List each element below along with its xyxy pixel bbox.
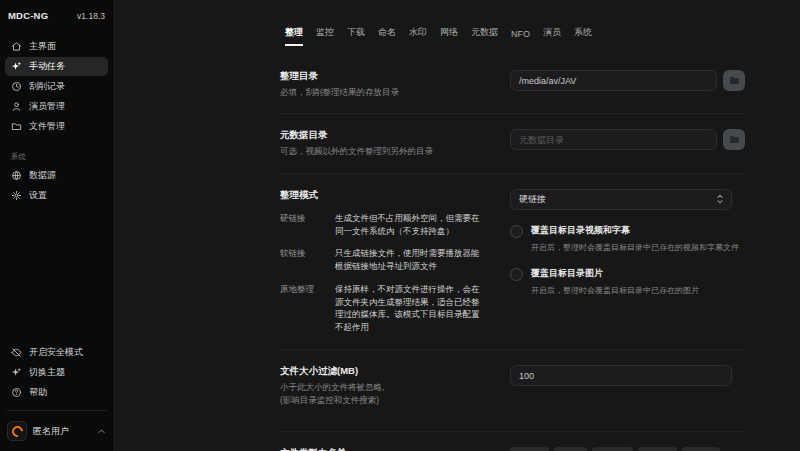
sidebar-item-safe-mode[interactable]: 开启安全模式 [5, 343, 108, 362]
sidebar-section-system: 系统 [11, 152, 108, 162]
avatar [7, 421, 27, 441]
field-label: 文件类型白名单 [280, 447, 485, 451]
toggle-overwrite-video: 覆盖目标目录视频和字幕 开启后，整理时会覆盖目标目录中已存在的视频和字幕文件 [510, 224, 745, 253]
brand-logo-icon [9, 423, 24, 438]
toggle-desc: 开启后，整理时会覆盖目标目录中已存在的图片 [531, 285, 699, 296]
mode-def: 只生成链接文件，使用时需要播放器能根据链接地址寻址到源文件 [335, 247, 485, 273]
field-desc: 必填，刮削整理结果的存放目录 [280, 87, 485, 98]
sidebar-item-settings[interactable]: 设置 [5, 186, 108, 205]
field-label: 整理模式 [280, 189, 485, 202]
field-desc: 小于此大小的文件将被忽略, [280, 382, 485, 393]
folder-icon [729, 75, 740, 86]
sidebar-item-switch-theme[interactable]: 切换主题 [5, 363, 108, 382]
sidebar-item-manual-task[interactable]: 手动任务 [5, 57, 108, 76]
selected-option: 硬链接 [519, 193, 546, 206]
chip-ext: mp4 [510, 447, 549, 451]
sidebar-item-label: 演员管理 [29, 100, 65, 113]
app-window: MDC-NG v1.18.3 主界面 手动任务 刮削记录 演员管理 文 [0, 0, 800, 451]
toggle-desc: 开启后，整理时会覆盖目标目录中已存在的视频和字幕文件 [531, 242, 739, 253]
tab-naming[interactable]: 命名 [378, 26, 396, 46]
gear-icon [11, 190, 22, 201]
main-content: 整理 监控 下载 命名 水印 网络 元数据 NFO 演员 系统 整理目录 必填，… [113, 0, 800, 451]
toggle-label: 覆盖目标目录图片 [531, 267, 699, 280]
field-label: 整理目录 [280, 70, 485, 83]
field-label: 元数据目录 [280, 129, 485, 142]
size-filter-input[interactable] [510, 365, 732, 386]
sidebar-nav: 主界面 手动任务 刮削记录 演员管理 文件管理 [5, 37, 108, 136]
organize-dir-input[interactable] [510, 70, 717, 91]
tab-watermark[interactable]: 水印 [409, 26, 427, 46]
sidebar-item-label: 帮助 [29, 386, 47, 399]
field-desc: 可选，视频以外的文件整理到另外的目录 [280, 146, 485, 157]
sidebar-item-label: 手动任务 [29, 60, 65, 73]
sidebar-item-label: 设置 [29, 189, 47, 202]
settings-form: 整理目录 必填，刮削整理结果的存放目录 元数据目录 可选，视频以外的文件整理到另… [280, 55, 745, 451]
sidebar-item-help[interactable]: 帮助 [5, 383, 108, 402]
sparkles-icon [11, 61, 22, 72]
browse-folder-button[interactable] [723, 129, 745, 150]
row-type-whitelist: 文件类型白名单 只有文件名后缀在列表中的会被识别为影片处理 mp4 avi rm… [280, 432, 745, 451]
chip-ext: avi [554, 447, 587, 451]
sidebar-item-label: 文件管理 [29, 120, 65, 133]
checkbox-overwrite-image[interactable] [510, 268, 523, 281]
tab-nfo[interactable]: NFO [511, 29, 530, 46]
sidebar-item-label: 数据源 [29, 169, 56, 182]
mode-term: 硬链接 [280, 212, 335, 238]
tab-download[interactable]: 下载 [347, 26, 365, 46]
tab-system[interactable]: 系统 [574, 26, 592, 46]
mode-inplace: 原地整理 保持原样，不对源文件进行操作，会在源文件夹内生成整理结果，适合已经整理… [280, 283, 485, 334]
folder-icon [729, 134, 740, 145]
folder-icon [11, 121, 22, 132]
field-desc: (影响目录监控和文件搜索) [280, 395, 485, 406]
sidebar-system-nav: 数据源 设置 [5, 166, 108, 205]
sidebar-item-home[interactable]: 主界面 [5, 37, 108, 56]
row-size-filter: 文件大小过滤(MB) 小于此大小的文件将被忽略, (影响目录监控和文件搜索) [280, 350, 745, 432]
toggle-overwrite-image: 覆盖目标目录图片 开启后，整理时会覆盖目标目录中已存在的图片 [510, 267, 745, 296]
row-organize-dir: 整理目录 必填，刮削整理结果的存放目录 [280, 55, 745, 114]
person-icon [11, 101, 22, 112]
sidebar-header: MDC-NG v1.18.3 [5, 6, 108, 21]
eye-off-icon [11, 347, 22, 358]
sidebar-item-label: 刮削记录 [29, 80, 65, 93]
sidebar-item-label: 开启安全模式 [29, 346, 83, 359]
toggle-label: 覆盖目标目录视频和字幕 [531, 224, 739, 237]
app-title: MDC-NG [8, 10, 48, 21]
user-menu[interactable]: 匿名用户 [5, 419, 108, 443]
chevron-up-icon [97, 427, 106, 436]
whitelist-chips: mp4 avi rmvb wmv mov mkv flv ts webm iso… [510, 447, 755, 451]
sidebar-item-file-manage[interactable]: 文件管理 [5, 117, 108, 136]
tab-organize[interactable]: 整理 [285, 26, 303, 46]
mode-term: 原地整理 [280, 283, 335, 334]
sidebar-item-actor-manage[interactable]: 演员管理 [5, 97, 108, 116]
mode-term: 软链接 [280, 247, 335, 273]
theme-sparkles-icon [11, 367, 22, 378]
chip-ext: mov [682, 447, 720, 451]
sidebar: MDC-NG v1.18.3 主界面 手动任务 刮削记录 演员管理 文 [0, 0, 113, 451]
help-icon [11, 387, 22, 398]
sidebar-footer: 开启安全模式 切换主题 帮助 匿名用户 [5, 343, 108, 443]
mode-hardlink: 硬链接 生成文件但不占用额外空间，但需要在同一文件系统内（不支持跨盘） [280, 212, 485, 238]
sidebar-divider [6, 410, 107, 411]
row-organize-mode: 整理模式 硬链接 生成文件但不占用额外空间，但需要在同一文件系统内（不支持跨盘）… [280, 174, 745, 350]
tab-metadata[interactable]: 元数据 [471, 26, 498, 46]
tab-monitor[interactable]: 监控 [316, 26, 334, 46]
tab-bar: 整理 监控 下载 命名 水印 网络 元数据 NFO 演员 系统 [285, 26, 800, 46]
globe-icon [11, 170, 22, 181]
tab-actor[interactable]: 演员 [543, 26, 561, 46]
app-version: v1.18.3 [77, 11, 105, 21]
chip-ext: wmv [638, 447, 677, 451]
sidebar-item-scrape-history[interactable]: 刮削记录 [5, 77, 108, 96]
field-label: 文件大小过滤(MB) [280, 365, 485, 378]
organize-mode-select[interactable]: 硬链接 [510, 189, 732, 210]
mode-symlink: 软链接 只生成链接文件，使用时需要播放器能根据链接地址寻址到源文件 [280, 247, 485, 273]
sidebar-item-data-source[interactable]: 数据源 [5, 166, 108, 185]
chevron-updown-icon [715, 193, 725, 205]
chip-ext: rmvb [592, 447, 633, 451]
metadata-dir-input[interactable] [510, 129, 717, 150]
checkbox-overwrite-video[interactable] [510, 225, 523, 238]
history-icon [11, 81, 22, 92]
browse-folder-button[interactable] [723, 70, 745, 91]
tab-network[interactable]: 网络 [440, 26, 458, 46]
row-metadata-dir: 元数据目录 可选，视频以外的文件整理到另外的目录 [280, 114, 745, 173]
sidebar-item-label: 主界面 [29, 40, 56, 53]
